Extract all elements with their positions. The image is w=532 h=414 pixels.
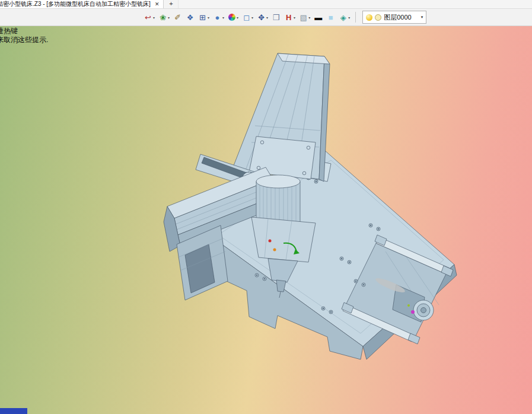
export-button[interactable]: ↩ ▾	[142, 11, 156, 24]
section-frame-button[interactable]: ◻ ▾	[241, 11, 254, 24]
beam-button[interactable]: H ▾	[283, 11, 297, 24]
document-tab[interactable]: 精密小型铣床.Z3 - [多功能微型机床自动加工精密小型铣床] ✕	[0, 0, 164, 8]
move-dropdown-caret[interactable]: ▾	[266, 15, 268, 20]
toolbar-separator	[355, 12, 356, 23]
image-plane-icon: ❒	[272, 13, 281, 22]
export-dropdown-caret[interactable]: ▾	[153, 15, 155, 20]
pen-icon: ✐	[173, 13, 182, 22]
gray-box-dropdown-caret[interactable]: ▾	[308, 15, 310, 20]
render-icon: ❀	[158, 13, 167, 22]
render-button[interactable]: ❀ ▾	[157, 11, 171, 24]
face-color-button[interactable]: ■	[325, 11, 336, 24]
tab-bar: 精密小型铣床.Z3 - [多功能微型机床自动加工精密小型铣床] ✕ +	[0, 0, 532, 9]
beam-dropdown-caret[interactable]: ▾	[294, 15, 295, 20]
boolean-cube-icon: ⊞	[198, 13, 207, 22]
color-wheel-icon	[228, 14, 235, 21]
new-tab-button[interactable]: +	[164, 0, 179, 8]
boolean-cube-button[interactable]: ⊞ ▾	[197, 11, 211, 24]
move-button[interactable]: ✥ ▾	[256, 11, 269, 24]
boolean-dropdown-caret[interactable]: ▾	[208, 15, 209, 20]
solid-cube-icon: ❖	[186, 13, 195, 22]
bottom-left-fragment	[0, 408, 27, 414]
shaded-sphere-button[interactable]: ● ▾	[212, 11, 225, 24]
layers-icon: ◈	[339, 13, 348, 22]
gray-box-icon: ▧	[299, 13, 308, 22]
tab-title: 精密小型铣床.Z3 - [多功能微型机床自动加工精密小型铣床]	[0, 0, 151, 8]
lightbulb-icon[interactable]	[366, 14, 372, 21]
move-icon: ✥	[257, 13, 266, 22]
solid-cube-button[interactable]: ❖	[184, 11, 196, 24]
beam-icon: H	[284, 13, 293, 22]
tab-close-icon[interactable]: ✕	[155, 1, 160, 7]
face-color-icon: ■	[326, 13, 335, 22]
sphere-dropdown-caret[interactable]: ▾	[222, 15, 224, 20]
pen-button[interactable]: ✐	[172, 11, 183, 24]
gray-box-button[interactable]: ▧ ▾	[298, 11, 311, 24]
color-wheel-button[interactable]: ▾	[227, 11, 240, 24]
section-frame-icon: ◻	[242, 13, 251, 22]
main-toolbar: ↩ ▾ ❀ ▾ ✐ ❖ ⊞ ▾ ● ▾ ▾ ◻ ▾ ✥ ▾ ❒ H ▾ ▧ ▾ …	[0, 9, 532, 26]
export-icon: ↩	[144, 13, 152, 22]
layers-button[interactable]: ◈ ▾	[337, 11, 351, 24]
milling-machine-model	[0, 26, 532, 414]
layers-dropdown-caret[interactable]: ▾	[348, 15, 350, 20]
hint-line-1: 捷热键	[0, 27, 18, 35]
line-width-icon: ▬	[314, 13, 323, 22]
layer-name: 图层0000	[384, 13, 411, 22]
render-dropdown-caret[interactable]: ▾	[168, 15, 170, 20]
shaded-sphere-icon: ●	[213, 13, 222, 22]
layer-dropdown-caret[interactable]: ▾	[421, 15, 423, 20]
3d-viewport[interactable]: 捷热键来取消这些提示.	[0, 26, 532, 414]
section-dropdown-caret[interactable]: ▾	[251, 15, 253, 20]
layer-color-icon[interactable]	[375, 14, 381, 21]
line-width-button[interactable]: ▬	[313, 11, 324, 24]
color-wheel-dropdown-caret[interactable]: ▾	[237, 15, 238, 20]
viewport-hint-text: 捷热键来取消这些提示.	[0, 27, 48, 44]
image-plane-button[interactable]: ❒	[270, 11, 282, 24]
layer-control-group: 图层0000 ▾	[362, 11, 426, 24]
hint-line-2: 来取消这些提示.	[0, 36, 48, 44]
